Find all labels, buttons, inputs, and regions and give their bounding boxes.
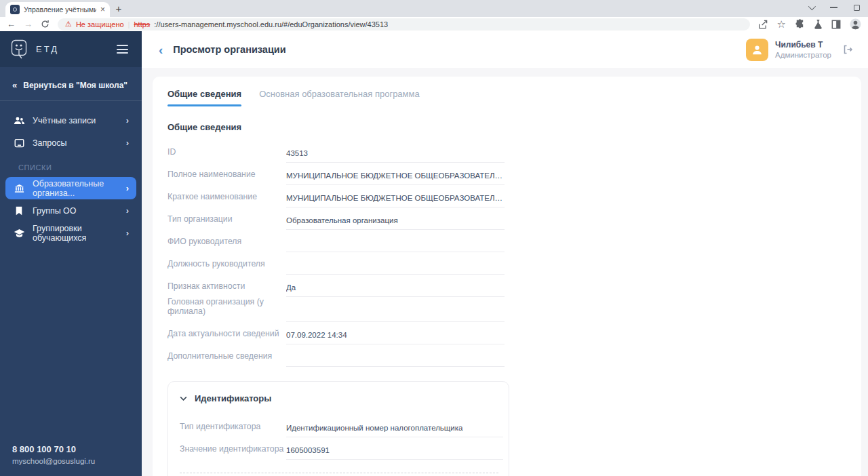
- window-controls: [808, 2, 860, 13]
- field-label: ФИО руководителя: [167, 237, 286, 252]
- identifiers-card: Идентификаторы Тип идентификатора Иденти…: [167, 381, 509, 476]
- identifiers-title: Идентификаторы: [195, 393, 271, 403]
- url-scheme: https: [134, 20, 150, 28]
- dashed-divider: [180, 473, 498, 473]
- tab-close-icon[interactable]: ×: [100, 5, 105, 14]
- field-label: Признак активности: [167, 281, 286, 297]
- sidebar-item-label: Запросы: [33, 138, 66, 148]
- chevron-right-icon: ›: [126, 138, 129, 148]
- sidebar-item-edu-organizations[interactable]: Образовательные организа... ›: [5, 177, 136, 199]
- chevron-right-icon: ›: [126, 205, 129, 216]
- field-label: Дата актуальности сведений: [167, 329, 286, 344]
- section-title-general: Общие сведения: [167, 122, 846, 132]
- return-to-myschool-link[interactable]: « Вернуться в "Моя школа": [0, 67, 142, 101]
- field-label: Тип идентификатора: [180, 422, 286, 437]
- field-row-director-position: Должность руководителя: [167, 252, 846, 275]
- double-chevron-left-icon: «: [12, 80, 17, 90]
- browser-tab-strip: Управление учётными записям × +: [0, 0, 868, 17]
- user-name: Чилибьев Т: [775, 40, 831, 49]
- browser-tab[interactable]: Управление учётными записям ×: [5, 2, 110, 17]
- field-value: МУНИЦИПАЛЬНОЕ БЮДЖЕТНОЕ ОБЩЕОБРАЗОВАТЕЛЬ…: [286, 194, 505, 207]
- field-label: Тип организации: [167, 214, 286, 230]
- logout-icon[interactable]: [842, 44, 853, 55]
- site-favicon-icon: [10, 5, 20, 14]
- field-row-director-name: ФИО руководителя: [167, 230, 846, 252]
- field-label: Значение идентификатора: [180, 444, 286, 460]
- sidebar-footer: 8 800 100 70 10 myschool@gosuslugi.ru: [12, 444, 95, 465]
- field-row-activity-flag: Признак активности Да: [167, 275, 846, 297]
- extension-square-icon[interactable]: [831, 20, 841, 29]
- sidebar-collapse-burger-icon[interactable]: [114, 42, 131, 56]
- bookmark-icon: [13, 206, 25, 216]
- field-row-full-name: Полное наименование МУНИЦИПАЛЬНОЕ БЮДЖЕТ…: [167, 163, 846, 185]
- share-icon[interactable]: [758, 20, 768, 29]
- field-value: [286, 355, 505, 367]
- page-title: Просмотр организации: [173, 44, 285, 55]
- field-value: 07.09.2022 14:34: [286, 331, 505, 344]
- browser-profile-avatar[interactable]: [850, 18, 861, 30]
- sidebar-logo-row: ЕТД: [0, 31, 142, 67]
- field-value: Образовательная организация: [286, 216, 505, 230]
- window-restore-icon[interactable]: [854, 5, 860, 11]
- return-link-label: Вернуться в "Моя школа": [23, 81, 127, 90]
- url-bar[interactable]: ⚠ Не защищено | https ://users-managemen…: [58, 18, 750, 31]
- support-phone: 8 800 100 70 10: [12, 444, 95, 454]
- tab-bar: Общие сведения Основная образовательная …: [167, 89, 846, 106]
- field-label: Дополнительные сведения: [167, 351, 286, 367]
- field-value: МУНИЦИПАЛЬНОЕ БЮДЖЕТНОЕ ОБЩЕОБРАЗОВАТЕЛЬ…: [286, 172, 505, 185]
- etd-owl-logo-icon: [11, 39, 30, 60]
- chevron-right-icon: ›: [126, 228, 129, 238]
- sidebar-item-label: Группировки обучающихся: [33, 224, 119, 243]
- new-tab-button[interactable]: +: [110, 2, 127, 17]
- sidebar: ЕТД « Вернуться в "Моя школа" Учётные за…: [0, 31, 142, 476]
- field-label: ID: [167, 147, 286, 163]
- field-value: [286, 241, 505, 252]
- field-row-additional-info: Дополнительные сведения: [167, 344, 846, 367]
- field-value: [286, 311, 505, 322]
- bookmark-star-icon[interactable]: ☆: [777, 19, 786, 29]
- identifiers-header[interactable]: Идентификаторы: [180, 393, 503, 403]
- support-email: myschool@gosuslugi.ru: [12, 457, 95, 465]
- not-secure-warning-icon: ⚠: [65, 20, 72, 28]
- field-value: 43513: [286, 149, 505, 163]
- sidebar-item-accounts[interactable]: Учётные записи ›: [5, 109, 136, 132]
- user-role: Администратор: [775, 51, 831, 59]
- user-block[interactable]: Чилибьев Т Администратор: [746, 39, 831, 61]
- field-row-actuality-date: Дата актуальности сведений 07.09.2022 14…: [167, 322, 846, 344]
- tablet-icon: [13, 138, 25, 148]
- field-row-head-organization: Головная организация (у филиала): [167, 297, 846, 322]
- chevron-down-icon: [180, 396, 187, 401]
- field-value: 1605003591: [286, 446, 503, 460]
- sidebar-item-requests[interactable]: Запросы ›: [5, 132, 136, 154]
- user-avatar: [746, 39, 768, 61]
- tab-general-info[interactable]: Общие сведения: [167, 89, 241, 106]
- field-value: Идентификационный номер налогоплательщик…: [286, 424, 503, 437]
- identifiers-fields: Тип идентификатора Идентификационный ном…: [180, 415, 503, 460]
- window-minimize-icon[interactable]: [830, 7, 837, 8]
- browser-refresh-icon[interactable]: [41, 20, 50, 28]
- people-icon: [13, 116, 25, 125]
- sidebar-item-oo-groups[interactable]: Группы ОО ›: [5, 199, 136, 222]
- tab-main-edu-program[interactable]: Основная образовательная программа: [259, 89, 420, 106]
- field-label: Краткое наименование: [167, 192, 286, 207]
- browser-back-icon[interactable]: ←: [7, 20, 16, 28]
- window-menu-chevron-icon[interactable]: [808, 3, 816, 10]
- browser-address-bar: ← → ⚠ Не защищено | https ://users-manag…: [0, 17, 868, 31]
- sidebar-item-student-groupings[interactable]: Группировки обучающихся ›: [5, 222, 136, 244]
- browser-forward-icon[interactable]: →: [24, 20, 33, 28]
- field-row-short-name: Краткое наименование МУНИЦИПАЛЬНОЕ БЮДЖЕ…: [167, 185, 846, 207]
- back-chevron-icon[interactable]: ‹: [159, 43, 163, 56]
- chevron-right-icon: ›: [126, 115, 129, 125]
- field-value: [286, 263, 505, 275]
- extension-flask-icon[interactable]: [814, 19, 823, 29]
- url-divider: |: [128, 20, 130, 28]
- content-area: Общие сведения Основная образовательная …: [142, 68, 868, 476]
- field-row-id: ID 43513: [167, 140, 846, 163]
- url-text: ://users-management.myschool.edu.ru/#/ed…: [154, 20, 388, 28]
- browser-toolbar-icons: ☆: [758, 18, 861, 30]
- sidebar-item-label: Образовательные организа...: [33, 179, 119, 198]
- extensions-puzzle-icon[interactable]: [795, 19, 805, 29]
- sidebar-item-label: Учётные записи: [33, 116, 96, 125]
- field-label: Должность руководителя: [167, 259, 286, 275]
- not-secure-label: Не защищено: [76, 20, 124, 28]
